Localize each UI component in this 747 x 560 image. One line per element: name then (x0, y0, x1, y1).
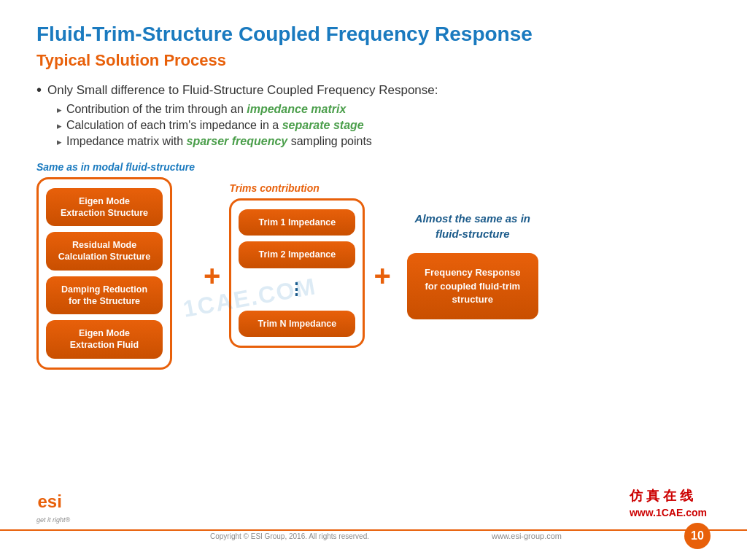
box-eigen-mode-fluid: Eigen ModeExtraction Fluid (46, 320, 163, 359)
box-damping-reduction: Damping Reductionfor the Structure (46, 276, 163, 315)
slide-title-sub: Typical Solution Process (36, 51, 711, 70)
highlight-frequency: sparser frequency (187, 135, 288, 147)
copyright-text: Copyright © ESI Group, 2016. All rights … (210, 532, 369, 540)
highlight-impedance: impedance matrix (247, 103, 346, 115)
dots: ⋮ (239, 274, 355, 305)
left-container: Eigen ModeExtraction Structure Residual … (36, 177, 172, 370)
sub-bullet-3: Impedance matrix with sparser frequency … (57, 135, 711, 148)
esi-logo-svg: esi (36, 487, 80, 516)
highlight-stage: separate stage (282, 119, 364, 131)
box-trimN: Trim N Impedance (239, 311, 355, 337)
svg-text:esi: esi (38, 491, 62, 511)
box-residual-mode: Residual ModeCalculation Structure (46, 232, 163, 271)
plus-sign-1: + (204, 260, 220, 292)
trims-section: Trims contribution Trim 1 Impedance Trim… (229, 182, 365, 348)
trims-container: Trim 1 Impedance Trim 2 Impedance ⋮ Trim… (229, 198, 365, 348)
box-trim1: Trim 1 Impedance (239, 209, 355, 236)
website-text: www.esi-group.com (492, 532, 562, 540)
page-number: 10 (684, 523, 711, 549)
bullet-section: Only Small difference to Fluid-Structure… (36, 83, 711, 148)
box-trim2: Trim 2 Impedance (239, 241, 355, 268)
logo-area: esi get it right® (36, 487, 80, 524)
result-box: Frequency Responsefor coupled fluid-trim… (407, 253, 538, 319)
bottom-footer: Copyright © ESI Group, 2016. All rights … (36, 523, 711, 549)
box-eigen-mode-structure: Eigen ModeExtraction Structure (46, 188, 163, 227)
chinese-watermark: 仿 真 在 线www.1CAE.com (630, 487, 707, 520)
right-result-section: Almost the same as influid-structure Fre… (407, 211, 538, 319)
trims-label: Trims contribution (229, 182, 319, 194)
sub-bullets: Contribution of the trim through an impe… (57, 103, 711, 148)
sub-bullet-1: Contribution of the trim through an impe… (57, 103, 711, 116)
left-section-label: Same as in modal fluid-structure (36, 161, 195, 173)
bullet-main: Only Small difference to Fluid-Structure… (36, 83, 711, 98)
almost-same-label: Almost the same as influid-structure (415, 211, 530, 241)
diagram-area: Same as in modal fluid-structure Eigen M… (36, 161, 711, 370)
left-section: Same as in modal fluid-structure Eigen M… (36, 161, 195, 370)
slide-title-main: Fluid-Trim-Structure Coupled Frequency R… (36, 22, 711, 47)
slide: Fluid-Trim-Structure Coupled Frequency R… (0, 0, 747, 560)
plus-sign-2: + (374, 260, 390, 292)
sub-bullet-2: Calculation of each trim's impedance in … (57, 119, 711, 132)
